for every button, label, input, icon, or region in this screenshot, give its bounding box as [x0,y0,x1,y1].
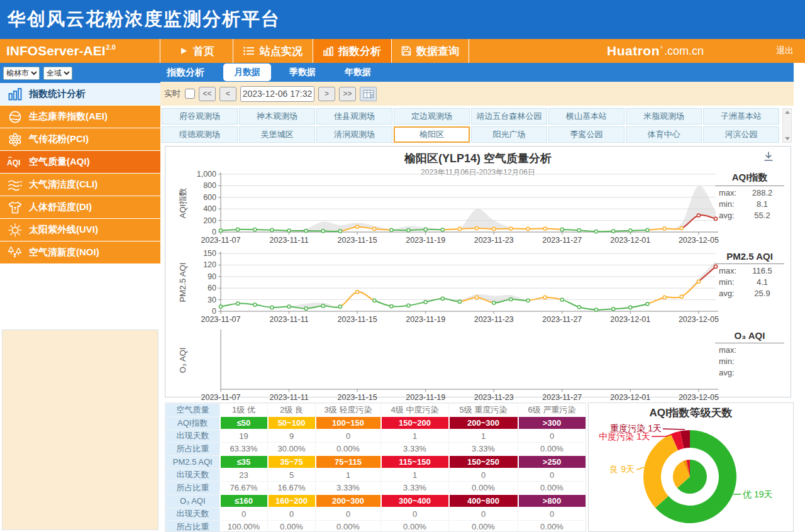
sidebar-item-label: 指数统计分析 [29,88,86,100]
fast-forward-button[interactable]: >> [339,87,356,101]
station-button[interactable]: 定边观测场 [394,108,470,125]
tab-年数据[interactable]: 年数据 [334,64,382,81]
stats-row: min:8.1 [715,197,784,209]
sidebar-menu: 指数统计分析生态康养指数(AEI)气传花粉(PCI)AQI空气质量(AQI)大气… [0,83,160,263]
svg-text:60: 60 [208,284,216,292]
tab-月数据[interactable]: 月数据 [223,64,271,81]
huatron-logo: Huatron°.com.cn [607,39,704,63]
svg-text:O₃ AQI: O₃ AQI [178,348,187,374]
nav-item-data-query[interactable]: 数据查询 [392,39,469,63]
stats-row: min: [715,355,784,366]
logout-button[interactable]: 退出 [776,39,794,63]
svg-text:AQI: AQI [7,158,20,167]
svg-text:2023-11-11: 2023-11-11 [270,393,309,402]
wind-icon [7,177,23,192]
station-button[interactable]: 横山基本站 [548,108,625,125]
fast-backward-button[interactable]: << [199,87,216,101]
nav-item-index-analysis[interactable]: 指数分析 [313,39,392,63]
app-banner: 华创风云花粉浓度监测分析平台 [0,0,805,39]
app-title: 华创风云花粉浓度监测分析平台 [8,9,280,29]
station-button[interactable]: 河滨公园 [703,126,779,143]
svg-text:2023-11-19: 2023-11-19 [406,315,445,324]
station-button[interactable]: 绥德观测场 [162,126,238,143]
calendar-button[interactable] [360,87,377,101]
bar-stats-icon [7,87,23,102]
datetime-input[interactable] [240,86,314,102]
svg-text:2023-12-05: 2023-12-05 [679,236,719,245]
station-button[interactable]: 季鸾公园 [548,126,625,143]
datetime-toolbar: 实时 << < > >> [160,82,794,106]
pm25-line-chart: 03060901201502023-11-072023-11-112023-11… [167,250,726,326]
chart-panel: 榆阳区(YLP14) 空气质量分析 2023年11月06日-2023年12月06… [165,146,791,397]
station-scrollbar[interactable] [782,108,792,143]
station-button[interactable]: 榆阳区 [394,126,470,143]
sidebar-item-noi[interactable]: 空气清新度(NOI) [0,241,160,263]
stats-row: max:116.5 [715,264,784,275]
station-button[interactable]: 吴堡城区 [239,126,315,143]
aqi-days-panel: AQI指数等级天数 优 19天良 9天中度污染 1天重度污染 1天 [588,402,794,532]
station-button[interactable]: 米脂观测场 [626,108,702,125]
scroll-up-icon[interactable] [785,111,790,114]
sidebar-item-di[interactable]: 人体舒适度(DI) [0,196,160,218]
sidebar-item-uvi[interactable]: 太阳紫外线(UVI) [0,219,160,241]
data-period-tabs: 月数据季数据年数据 [223,64,389,81]
station-selector: 府谷观测场神木观测场佳县观测场定边观测场靖边五台森林公园横山基本站米脂观测场子洲… [160,106,794,146]
svg-text:800: 800 [203,181,216,190]
sidebar-item-label: 大气清洁度(CLI) [29,179,97,191]
city-select[interactable]: 榆林市 [3,67,40,80]
huatron-logo-suffix: .com.cn [664,45,704,58]
sidebar-item-aqi[interactable]: AQI空气质量(AQI) [0,151,160,173]
station-button[interactable]: 阳光广场 [471,126,547,143]
realtime-checkbox[interactable] [185,89,195,99]
trees-icon [7,245,23,260]
stats-row: avg:25.9 [715,287,784,298]
svg-text:2023-11-07: 2023-11-07 [201,315,240,324]
nav-item-site-live[interactable]: 站点实况 [233,39,313,63]
svg-text:200: 200 [203,216,216,225]
scroll-down-icon[interactable] [785,137,790,140]
stats-title: AQI指数 [715,172,784,186]
sidebar-empty-panel [2,330,158,530]
top-navbar: INFOServer-AEI2.0 首页站点实况指数分析数据查询 Huatron… [0,39,805,63]
svg-text:重度污染 1天: 重度污染 1天 [610,423,662,433]
disk-icon [401,46,411,56]
station-button[interactable]: 府谷观测场 [162,108,238,125]
o3-stats: O₃ AQImax:min:avg: [715,330,784,377]
sun-icon [7,223,23,238]
play-icon [179,47,188,55]
station-button[interactable]: 子洲基本站 [703,108,779,125]
list-icon [243,47,255,55]
step-forward-button[interactable]: > [318,87,335,101]
svg-text:优 19天: 优 19天 [742,489,772,499]
stats-row: avg: [715,366,784,377]
sidebar-item-cli[interactable]: 大气清洁度(CLI) [0,174,160,196]
nav-item-home[interactable]: 首页 [161,39,233,63]
sidebar-item-aei[interactable]: 生态康养指数(AEI) [0,106,160,128]
svg-text:2023-11-15: 2023-11-15 [338,393,377,402]
aqi-days-donut-chart: 优 19天良 9天中度污染 1天重度污染 1天 [589,417,794,531]
area-select[interactable]: 全域 [43,67,72,80]
stats-row: min:4.1 [715,275,784,287]
tab-季数据[interactable]: 季数据 [279,64,326,81]
o3-line-chart: 2023-11-072023-11-112023-11-152023-11-19… [167,328,726,404]
station-button[interactable]: 体育中心 [626,126,702,143]
sidebar-region-bar: 榆林市 全域 [0,63,160,83]
step-backward-button[interactable]: < [219,87,236,101]
sidebar-item-index-stats[interactable]: 指数统计分析 [0,83,160,105]
brand-text: INFOServer-AEI [6,43,106,58]
svg-text:30: 30 [208,296,216,304]
svg-text:150: 150 [203,250,216,258]
stats-row: max:288.2 [715,186,784,197]
station-button[interactable]: 靖边五台森林公园 [471,108,547,125]
station-button[interactable]: 清涧观测场 [316,126,392,143]
svg-text:1,000: 1,000 [197,170,216,179]
station-button[interactable]: 神木观测场 [239,108,315,125]
sidebar-item-label: 人体舒适度(DI) [29,201,92,213]
svg-text:2023-11-19: 2023-11-19 [406,236,445,245]
sidebar-item-pci[interactable]: 气传花粉(PCI) [0,128,160,150]
download-icon[interactable] [763,151,774,165]
svg-text:2023-11-19: 2023-11-19 [406,393,445,402]
aqi-level-table-panel: 空气质量1级 优2级 良3级 轻度污染4级 中度污染5级 重度污染6级 严重污染… [165,402,586,532]
station-button[interactable]: 佳县观测场 [316,108,392,125]
nav-items: 首页站点实况指数分析数据查询 [161,39,469,63]
